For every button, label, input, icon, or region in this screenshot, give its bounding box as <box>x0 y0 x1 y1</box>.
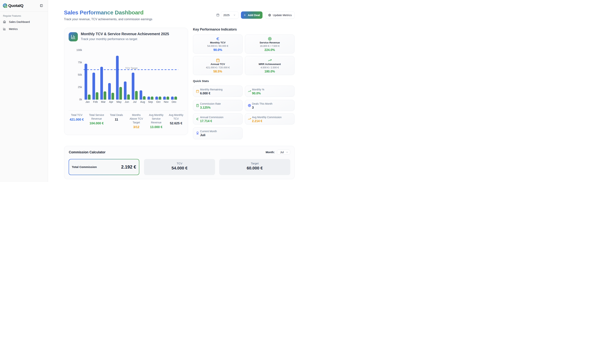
svg-text:May: May <box>116 100 122 103</box>
svg-text:Jun: Jun <box>125 100 129 103</box>
svg-text:Mar: Mar <box>101 100 106 103</box>
svg-text:100k: 100k <box>76 48 82 52</box>
svg-text:Dec: Dec <box>172 100 176 103</box>
svg-text:50k: 50k <box>78 73 82 76</box>
svg-text:Nov: Nov <box>164 100 169 103</box>
svg-text:Jan: Jan <box>85 100 90 103</box>
svg-text:Oct: Oct <box>156 100 160 103</box>
svg-text:Aug: Aug <box>140 100 145 103</box>
svg-text:Feb: Feb <box>93 100 98 103</box>
svg-text:75k: 75k <box>78 61 82 64</box>
svg-text:Jul: Jul <box>133 100 136 103</box>
svg-text:TCV Target: TCV Target <box>125 67 138 70</box>
svg-text:Sep: Sep <box>148 100 153 103</box>
svg-text:Apr: Apr <box>109 100 113 103</box>
svg-text:25k: 25k <box>78 85 82 89</box>
svg-text:0k: 0k <box>79 98 82 101</box>
